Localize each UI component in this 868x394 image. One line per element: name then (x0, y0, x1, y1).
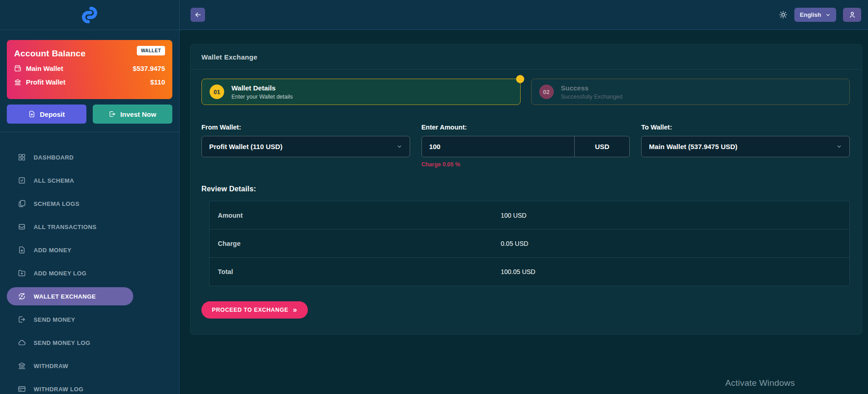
sidebar-item-add-money-log[interactable]: ADD MONEY LOG (7, 264, 133, 282)
sidebar-item-label: ALL SCHEMA (34, 177, 74, 184)
sidebar-item-withdraw-log[interactable]: WITHDRAW LOG (7, 380, 133, 394)
chevron-down-icon (836, 144, 842, 150)
sidebar-item-label: SEND MONEY LOG (34, 339, 90, 346)
wallet-icon (14, 65, 21, 72)
sidebar-item-label: DASHBOARD (34, 154, 74, 161)
to-wallet-select[interactable]: Main Wallet (537.9475 USD) (641, 136, 850, 157)
wallet-exchange-icon: ¥ (18, 292, 26, 300)
send-money-log-icon (18, 339, 26, 347)
sidebar-item-label: ALL TRANSACTIONS (34, 224, 96, 230)
topbar: English (180, 0, 868, 30)
profile-button[interactable] (843, 8, 861, 22)
page-title: Wallet Exchange (201, 53, 257, 61)
send-money-icon (18, 315, 26, 324)
from-wallet-selected-value: Profit Wallet (110 USD) (209, 143, 282, 150)
activate-windows-watermark: Activate Windows (725, 378, 795, 388)
table-row: Charge 0.05 USD (210, 229, 849, 258)
theme-toggle-button[interactable] (779, 10, 788, 19)
amount-input[interactable] (421, 136, 575, 157)
sidebar-header (0, 0, 180, 30)
main-content: Wallet Exchange 01 Wallet Details Enter … (180, 30, 868, 394)
sidebar-item-add-money[interactable]: ADD MONEY (7, 241, 133, 259)
sidebar-item-send-money[interactable]: SEND MONEY (7, 310, 133, 329)
language-label: English (800, 11, 821, 18)
sun-icon (779, 10, 788, 19)
sidebar-item-schema-logs[interactable]: SCHEMA LOGS (7, 195, 133, 213)
review-row-label: Charge (210, 240, 501, 247)
sidebar: Account Balance WALLET Main Wallet $537.… (0, 30, 180, 394)
app-window: English Account Balance WALLET (0, 0, 868, 394)
amount-input-group: USD (421, 136, 630, 157)
sidebar-menu: DASHBOARD ALL SCHEMA SCHEMA LOGS (7, 148, 172, 394)
review-row-label: Amount (210, 212, 501, 219)
review-row-label: Total (210, 268, 501, 275)
profit-wallet-amount: $110 (150, 78, 165, 86)
sidebar-item-all-transactions[interactable]: ALL TRANSACTIONS (7, 218, 133, 236)
proceed-to-exchange-button[interactable]: PROCEED TO EXCHANGE » (201, 301, 308, 319)
step-success[interactable]: 02 Success Successfully Exchanged (531, 79, 850, 105)
step-title: Wallet Details (231, 84, 293, 92)
back-button[interactable] (191, 8, 205, 22)
review-row-value: 0.05 USD (501, 240, 528, 247)
step-subtitle: Successfully Exchanged (561, 94, 623, 100)
to-wallet-selected-value: Main Wallet (537.9475 USD) (649, 143, 738, 150)
deposit-file-plus-icon (28, 110, 35, 118)
dashboard-icon (18, 153, 26, 161)
step-wizard: 01 Wallet Details Enter your Wallet deta… (201, 79, 850, 105)
balance-card-title: Account Balance (14, 46, 85, 59)
user-icon (848, 11, 856, 19)
brand-logo-icon[interactable] (79, 5, 100, 25)
sidebar-item-label: SEND MONEY (34, 316, 75, 323)
invest-arrow-icon (109, 110, 116, 118)
sidebar-item-label: WITHDRAW (34, 363, 68, 369)
sidebar-item-label: WITHDRAW LOG (34, 386, 84, 393)
svg-text:¥: ¥ (21, 294, 23, 298)
withdraw-icon (18, 362, 26, 370)
double-chevron-right-icon: » (293, 306, 297, 314)
proceed-button-label: PROCEED TO EXCHANGE (212, 307, 288, 313)
sidebar-item-dashboard[interactable]: DASHBOARD (7, 148, 133, 166)
currency-addon: USD (574, 136, 630, 157)
deposit-button-label: Deposit (40, 110, 65, 118)
wallet-badge: WALLET (137, 46, 165, 55)
wallet-exchange-card: Wallet Exchange 01 Wallet Details Enter … (190, 44, 862, 335)
back-arrow-icon (194, 11, 202, 19)
sidebar-item-label: WALLET EXCHANGE (34, 293, 96, 300)
language-selector[interactable]: English (794, 8, 836, 22)
sidebar-item-label: ADD MONEY (34, 247, 71, 254)
step-wallet-details[interactable]: 01 Wallet Details Enter your Wallet deta… (201, 79, 521, 105)
sidebar-item-send-money-log[interactable]: SEND MONEY LOG (7, 334, 133, 352)
table-row: Amount 100 USD (210, 201, 849, 229)
table-row: Total 100.05 USD (210, 258, 849, 286)
step-title: Success (561, 84, 623, 92)
add-money-log-icon (18, 269, 26, 277)
add-money-icon (18, 246, 26, 254)
sidebar-item-all-schema[interactable]: ALL SCHEMA (7, 171, 133, 190)
step-subtitle: Enter your Wallet details (231, 94, 293, 100)
invest-now-button-label: Invest Now (120, 110, 156, 118)
all-transactions-icon (18, 223, 26, 231)
step-number-badge: 02 (539, 85, 554, 99)
schema-logs-icon (18, 199, 26, 208)
step-progress-dot (516, 75, 524, 83)
review-details-title: Review Details: (201, 185, 850, 193)
invest-now-button[interactable]: Invest Now (93, 105, 172, 124)
withdraw-log-icon (18, 385, 26, 393)
deposit-button[interactable]: Deposit (7, 105, 86, 124)
review-table: Amount 100 USD Charge 0.05 USD Total 100… (209, 201, 850, 286)
step-number-badge: 01 (210, 85, 224, 99)
review-row-value: 100 USD (501, 212, 527, 219)
sidebar-item-label: ADD MONEY LOG (34, 270, 86, 277)
from-wallet-select[interactable]: Profit Wallet (110 USD) (201, 136, 410, 157)
enter-amount-label: Enter Amount: (421, 124, 630, 131)
chevron-down-icon (396, 144, 402, 150)
profit-wallet-row: Profit Wallet $110 (14, 78, 165, 86)
main-wallet-label: Main Wallet (26, 65, 63, 72)
exchange-form: From Wallet: Profit Wallet (110 USD) Ent… (201, 124, 850, 168)
sidebar-item-label: SCHEMA LOGS (34, 200, 80, 207)
sidebar-item-withdraw[interactable]: WITHDRAW (7, 357, 133, 375)
main-wallet-row: Main Wallet $537.9475 (14, 65, 165, 72)
sidebar-item-wallet-exchange[interactable]: ¥ WALLET EXCHANGE (7, 287, 133, 305)
bank-icon (14, 79, 21, 86)
chevron-down-icon (825, 12, 831, 18)
